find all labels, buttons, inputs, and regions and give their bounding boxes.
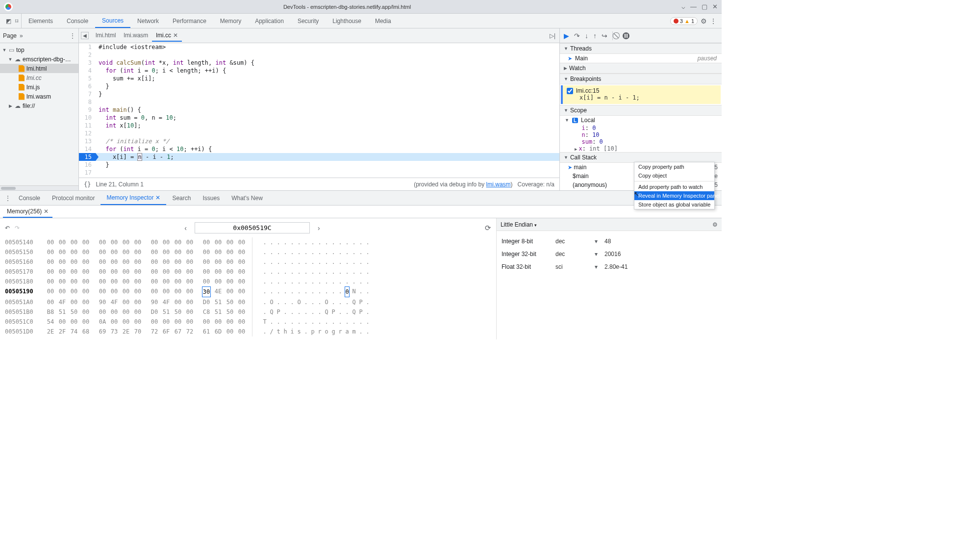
close-icon[interactable]: ✕	[155, 194, 160, 201]
dropdown-icon[interactable]: ⌵	[681, 3, 685, 10]
page-title[interactable]: Page	[3, 32, 17, 39]
drawer-tab-what-s-new[interactable]: What's New	[226, 191, 269, 205]
minimize-icon[interactable]: —	[690, 3, 697, 10]
pause-exceptions-icon[interactable]	[623, 32, 629, 39]
kebab-icon[interactable]: ⋮	[710, 17, 717, 25]
threads-header[interactable]: ▼Threads	[560, 43, 722, 54]
history-back-icon[interactable]: ↶	[5, 225, 10, 232]
gear-icon[interactable]: ⚙	[701, 17, 707, 25]
scope-var-n[interactable]: n: 10	[560, 131, 722, 138]
window-title: DevTools - emscripten-dbg-stories.netlif…	[13, 4, 681, 10]
drawer-tab-console[interactable]: Console	[13, 191, 46, 205]
page-next-icon[interactable]: ›	[315, 224, 323, 232]
drawer-tab-protocol-monitor[interactable]: Protocol monitor	[46, 191, 101, 205]
chevron-down-icon[interactable]: ▾	[595, 251, 604, 258]
tab-media[interactable]: Media	[368, 14, 398, 28]
editor-panel: ◀ lmi.htmllmi.wasmlmi.cc✕ ▷| 1#include <…	[79, 28, 559, 190]
editor-tab-lmi-html[interactable]: lmi.html	[92, 30, 120, 42]
device-toggle-icon[interactable]: ⌑	[15, 18, 18, 25]
editor-tab-lmi-cc[interactable]: lmi.cc✕	[152, 30, 182, 42]
breakpoint-checkbox[interactable]	[567, 88, 573, 94]
drawer-menu-icon[interactable]: ⋮	[3, 195, 13, 202]
step-icon[interactable]: ↪	[602, 32, 607, 40]
tab-console[interactable]: Console	[60, 14, 95, 28]
ctx-add-property-path-to-watch[interactable]: Add property path to watch	[634, 182, 714, 191]
ctx-copy-property-path[interactable]: Copy property path	[634, 162, 714, 171]
file-lmi-html[interactable]: lmi.html	[0, 64, 78, 73]
editor-tab-lmi-wasm[interactable]: lmi.wasm	[120, 30, 152, 42]
page-navigator: Page » ⋮ ▼▭ top ▼☁ emscripten-dbg-… lmi.…	[0, 28, 78, 190]
scope-var-sum[interactable]: sum: 0	[560, 138, 722, 145]
file-lmi-cc[interactable]: lmi.cc	[0, 73, 78, 82]
debugger-sidebar: ▶ ↷ ↓ ↑ ↪ ⃠ ▼Threads ➤ Main paused ▶Watc…	[560, 28, 722, 190]
refresh-icon[interactable]: ⟳	[485, 224, 491, 232]
history-forward-icon[interactable]: ↷	[15, 225, 20, 232]
close-icon[interactable]: ✕	[173, 32, 178, 39]
file-lmi-wasm[interactable]: lmi.wasm	[0, 92, 78, 101]
callstack-header[interactable]: ▼Call Stack	[560, 152, 722, 163]
tab-application[interactable]: Application	[248, 14, 291, 28]
error-warning-badge[interactable]: 3 ▲ 1	[670, 17, 698, 25]
ctx-copy-object[interactable]: Copy object	[634, 171, 714, 180]
debug-info-link[interactable]: lmi.wasm	[486, 181, 511, 188]
scope-var-x[interactable]: ▶x: int [10]	[560, 145, 722, 152]
format-select[interactable]: sci	[555, 263, 595, 270]
drawer-tab-memory-inspector[interactable]: Memory Inspector ✕	[101, 191, 166, 205]
tab-security[interactable]: Security	[291, 14, 326, 28]
breakpoint-item[interactable]: lmi.cc:15 x[i] = n - i - 1;	[561, 85, 721, 104]
memory-tab[interactable]: Memory(256) ✕	[3, 206, 52, 218]
value-integer-32-bit: Integer 32-bitdec▾20016	[502, 248, 717, 260]
tab-elements[interactable]: Elements	[22, 14, 60, 28]
step-out-icon[interactable]: ↑	[593, 32, 597, 40]
window-controls: ⌵ — ▢ ✕	[681, 3, 718, 10]
inspect-icon[interactable]: ◩	[6, 18, 11, 25]
resume-icon[interactable]: ▶	[564, 32, 569, 40]
code-editor[interactable]: 1#include <iostream>23void calcSum(int *…	[79, 43, 559, 178]
context-menu[interactable]: Copy property pathCopy objectAdd propert…	[634, 162, 715, 209]
breakpoints-header[interactable]: ▼Breakpoints	[560, 74, 722, 84]
hex-viewer[interactable]: 0050514000000000000000000000000000000000…	[5, 237, 491, 336]
current-frame-icon: ➤	[568, 164, 572, 171]
tree-cloud-origin[interactable]: ▼☁ emscripten-dbg-…	[0, 54, 78, 64]
ctx-reveal-in-memory-inspector-panel[interactable]: Reveal in Memory Inspector panel	[634, 191, 714, 200]
file-icon	[19, 75, 25, 81]
tab-network[interactable]: Network	[130, 14, 166, 28]
scope-header[interactable]: ▼Scope	[560, 105, 722, 116]
pretty-print-icon[interactable]: {}	[84, 181, 91, 188]
gear-icon[interactable]: ⚙	[712, 221, 718, 228]
scope-local[interactable]: ▼ L Local	[560, 116, 722, 125]
warning-count: 1	[691, 18, 694, 24]
chevron-right-icon[interactable]: »	[20, 32, 23, 39]
watch-header[interactable]: ▶Watch	[560, 63, 722, 74]
thread-main[interactable]: ➤ Main paused	[560, 54, 722, 63]
maximize-icon[interactable]: ▢	[702, 3, 707, 10]
tab-performance[interactable]: Performance	[166, 14, 213, 28]
tree-file-scheme[interactable]: ▶☁ file://	[0, 101, 78, 110]
tab-lighthouse[interactable]: Lighthouse	[326, 14, 368, 28]
page-prev-icon[interactable]: ‹	[181, 224, 190, 232]
endian-select[interactable]: Little Endian ▾	[501, 221, 537, 228]
tab-memory[interactable]: Memory	[213, 14, 248, 28]
tab-sources[interactable]: Sources	[95, 14, 130, 28]
scope-var-i[interactable]: i: 0	[560, 125, 722, 131]
tree-top[interactable]: ▼▭ top	[0, 45, 78, 54]
format-select[interactable]: dec	[555, 251, 595, 258]
format-select[interactable]: dec	[555, 238, 595, 245]
step-into-icon[interactable]: ↓	[585, 32, 588, 40]
coverage-label: Coverage: n/a	[518, 181, 554, 188]
file-icon	[19, 84, 25, 91]
chevron-down-icon[interactable]: ▾	[595, 238, 604, 245]
close-icon[interactable]: ✕	[44, 208, 49, 215]
ctx-store-object-as-global-variable[interactable]: Store object as global variable	[634, 200, 714, 209]
chevron-down-icon[interactable]: ▾	[595, 263, 604, 270]
drawer-tab-search[interactable]: Search	[166, 191, 197, 205]
address-input[interactable]	[195, 222, 310, 233]
nav-back-icon[interactable]: ◀	[81, 32, 89, 39]
drawer-tab-issues[interactable]: Issues	[197, 191, 226, 205]
navigator-scrollbar[interactable]	[0, 185, 78, 190]
run-snippet-icon[interactable]: ▷|	[550, 32, 557, 39]
close-icon[interactable]: ✕	[712, 3, 718, 10]
step-over-icon[interactable]: ↷	[574, 32, 580, 40]
file-lmi-js[interactable]: lmi.js	[0, 82, 78, 92]
navigator-menu-icon[interactable]: ⋮	[70, 32, 75, 39]
